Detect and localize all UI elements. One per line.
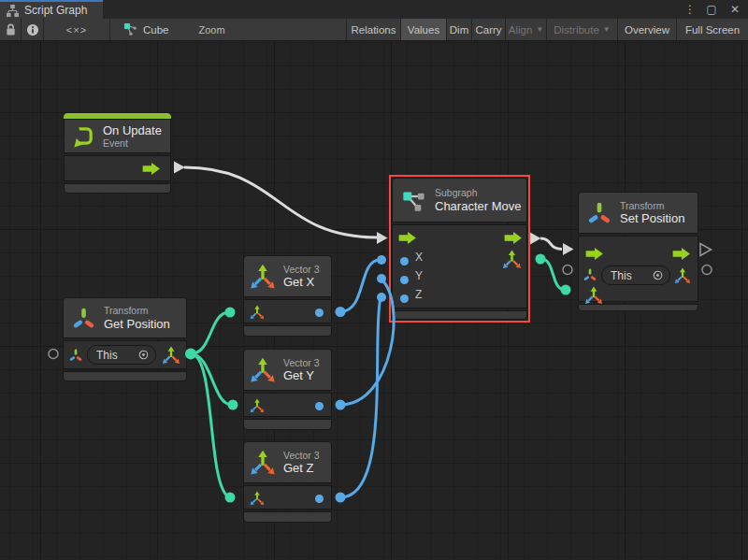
- node-subtitle: Transform: [620, 201, 684, 211]
- flow-output-arrow-icon[interactable]: [503, 231, 524, 245]
- info-button[interactable]: [22, 19, 44, 40]
- node-get-x[interactable]: Vector 3 Get X: [243, 255, 332, 337]
- zoom-slider-label: Zoom: [199, 24, 225, 36]
- node-footer: [64, 183, 171, 194]
- full-screen-button[interactable]: Full Screen: [677, 19, 748, 40]
- lock-button[interactable]: [0, 19, 22, 40]
- x-input-port[interactable]: [400, 257, 409, 266]
- chevron-down-icon: ▼: [536, 25, 543, 34]
- node-title: Character Move: [435, 200, 521, 212]
- info-icon: [26, 23, 39, 36]
- node-get-position[interactable]: Transform Get Position This: [63, 297, 187, 381]
- node-get-y[interactable]: Vector 3 Get Y: [243, 349, 332, 430]
- node-header: Vector 3 Get X: [243, 255, 332, 297]
- z-input-port[interactable]: [400, 294, 409, 303]
- tab-script-graph[interactable]: Script Graph: [0, 0, 103, 19]
- values-button[interactable]: Values: [401, 19, 447, 40]
- node-ports: [243, 393, 332, 417]
- relations-button[interactable]: Relations: [347, 19, 401, 40]
- this-object-field[interactable]: This: [87, 345, 156, 365]
- graph-reference-icon: [123, 22, 137, 36]
- distribute-label: Distribute: [554, 24, 599, 36]
- y-output-port[interactable]: [315, 402, 324, 410]
- x-output-port[interactable]: [315, 309, 324, 317]
- distribute-dropdown[interactable]: Distribute▼: [547, 19, 618, 40]
- port-label-y: Y: [415, 269, 423, 282]
- window-menu-icon[interactable]: ⋮: [681, 0, 699, 19]
- node-title: Get X: [283, 276, 320, 288]
- node-subtitle: Event: [103, 138, 162, 149]
- vector3-icon: [250, 357, 276, 383]
- dim-button[interactable]: Dim: [447, 19, 472, 40]
- node-set-position[interactable]: Transform Set Position This: [578, 192, 698, 311]
- transform-icon: [71, 306, 96, 331]
- y-input-port[interactable]: [400, 276, 409, 284]
- lock-icon: [5, 22, 17, 36]
- vector3-input-icon[interactable]: [250, 305, 265, 320]
- overview-button[interactable]: Overview: [618, 19, 677, 40]
- vector3-input-icon[interactable]: [250, 491, 265, 506]
- node-title: Get Z: [283, 462, 320, 474]
- node-footer: [243, 511, 332, 523]
- node-footer: [63, 371, 187, 381]
- node-ports: [243, 299, 332, 323]
- node-subtitle: Transform: [104, 306, 170, 316]
- vector3-value-input-icon[interactable]: [584, 286, 603, 305]
- node-subtitle: Vector 3: [283, 451, 320, 461]
- flow-output-arrow-icon[interactable]: [671, 247, 692, 261]
- node-subtitle: Vector 3: [283, 358, 320, 368]
- this-value: This: [96, 349, 118, 362]
- node-footer: [243, 419, 332, 430]
- node-header: Transform Set Position: [578, 192, 698, 234]
- carry-button[interactable]: Carry: [472, 19, 506, 40]
- this-object-field[interactable]: This: [601, 266, 670, 285]
- node-character-move[interactable]: Subgraph Character Move X Y Z: [392, 178, 527, 320]
- node-title: Get Position: [104, 318, 170, 330]
- vector3-icon: [250, 264, 276, 290]
- close-icon[interactable]: ✕: [726, 0, 744, 19]
- node-footer: [392, 310, 527, 320]
- tab-bar: Script Graph ⋮ ▢ ✕: [0, 0, 748, 19]
- graph-toolbar: <×> Cube Zoom 1x Relations Values Dim Ca…: [0, 19, 748, 41]
- node-footer: [578, 304, 698, 311]
- node-header: On Update Event: [64, 119, 171, 153]
- node-header: Subgraph Character Move: [392, 178, 527, 223]
- vector3-output-icon[interactable]: [162, 346, 180, 365]
- align-dropdown[interactable]: Align▼: [506, 19, 547, 40]
- node-title: Get Y: [283, 369, 320, 381]
- node-get-z[interactable]: Vector 3 Get Z: [243, 441, 332, 523]
- node-on-update[interactable]: On Update Event: [64, 113, 171, 194]
- code-icon: <×>: [66, 24, 87, 36]
- flow-input-arrow-icon[interactable]: [397, 231, 418, 245]
- vector3-output-icon[interactable]: [502, 250, 522, 269]
- node-header: Transform Get Position: [63, 297, 187, 338]
- subgraph-icon: [400, 187, 427, 214]
- node-title: Set Position: [620, 212, 684, 224]
- node-header: Vector 3 Get Z: [243, 441, 332, 483]
- node-ports: X Y Z: [392, 224, 527, 309]
- edit-source-button[interactable]: <×>: [44, 19, 110, 40]
- z-output-port[interactable]: [315, 495, 324, 503]
- vector3-output-icon[interactable]: [674, 267, 691, 284]
- node-ports: [64, 155, 171, 181]
- maximize-icon[interactable]: ▢: [702, 0, 721, 19]
- node-subtitle: Subgraph: [435, 188, 521, 198]
- vector3-input-icon[interactable]: [250, 398, 265, 413]
- flow-output-arrow-icon[interactable]: [141, 162, 162, 176]
- transform-icon: [583, 267, 597, 282]
- node-subtitle: Vector 3: [283, 265, 320, 275]
- node-footer: [243, 325, 332, 337]
- vector3-icon: [250, 450, 276, 476]
- port-label-z: Z: [415, 288, 422, 301]
- object-picker-icon[interactable]: [137, 349, 150, 361]
- flow-input-arrow-icon[interactable]: [584, 247, 605, 261]
- align-label: Align: [509, 24, 533, 36]
- node-title: On Update: [103, 124, 162, 136]
- graph-context-segment: Cube Zoom: [110, 19, 347, 40]
- graph-object-name[interactable]: Cube: [143, 24, 169, 36]
- chevron-down-icon: ▼: [603, 25, 611, 34]
- transform-icon: [586, 200, 612, 226]
- script-graph-window: Script Graph ⋮ ▢ ✕ <×> Cube Zoom 1x Rela…: [0, 0, 748, 560]
- node-ports: This: [63, 340, 187, 369]
- object-picker-icon[interactable]: [652, 269, 664, 281]
